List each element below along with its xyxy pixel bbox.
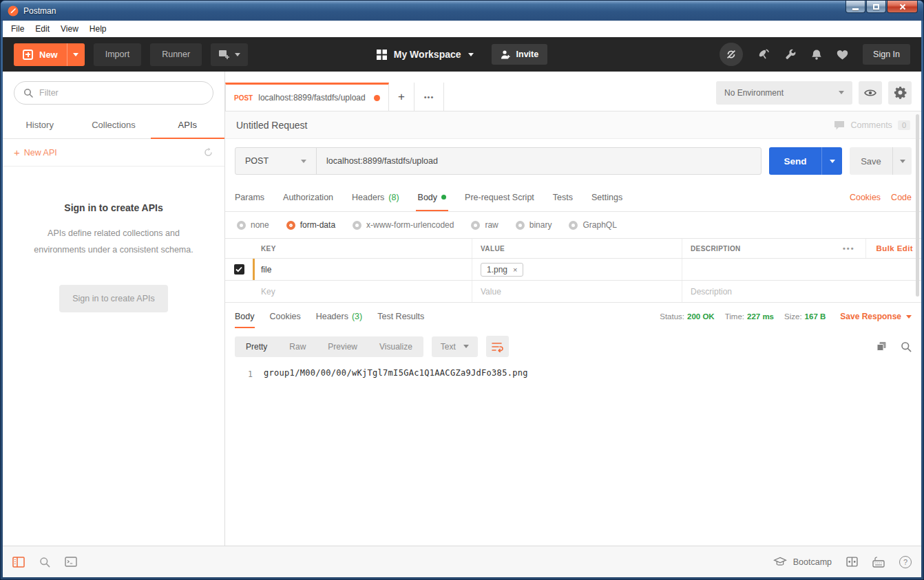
sidebar-tabs: History Collections APIs [3, 111, 224, 139]
new-button[interactable]: New [14, 43, 85, 66]
remove-file-icon[interactable]: × [513, 266, 517, 274]
key-input[interactable] [261, 287, 463, 297]
filter-input[interactable] [39, 88, 204, 98]
empty-state-title: Sign in to create APIs [21, 202, 207, 213]
toggle-sidebar-icon[interactable] [12, 557, 25, 568]
body-type-binary[interactable]: binary [516, 220, 552, 230]
heart-icon[interactable] [837, 50, 848, 60]
description-input[interactable] [691, 287, 913, 297]
close-button[interactable] [887, 1, 918, 13]
value-input[interactable] [481, 287, 673, 297]
response-tab-body[interactable]: Body [235, 304, 255, 329]
two-pane-view-icon[interactable] [846, 557, 858, 567]
view-pretty[interactable]: Pretty [235, 336, 278, 357]
table-header-row: KEY VALUE DESCRIPTION ••• Bulk Edit [225, 239, 921, 259]
settings-button[interactable] [888, 81, 912, 105]
request-tab[interactable]: POST localhost:8899/fastdfs/upload [225, 83, 389, 111]
view-visualize[interactable]: Visualize [368, 336, 423, 357]
new-label: New [39, 50, 58, 60]
view-raw[interactable]: Raw [278, 336, 317, 357]
comments-button[interactable]: Comments 0 [834, 120, 910, 130]
help-icon[interactable]: ? [899, 556, 912, 568]
menu-file[interactable]: File [6, 22, 30, 36]
send-dropdown-caret[interactable] [821, 147, 842, 175]
body-type-form-data[interactable]: form-data [286, 220, 335, 230]
sync-off-button[interactable] [720, 43, 743, 66]
sign-in-create-apis-button[interactable]: Sign in to create APIs [59, 285, 168, 312]
find-icon[interactable] [39, 557, 50, 568]
environment-preview-button[interactable] [859, 81, 882, 105]
sidebar-tab-apis[interactable]: APIs [151, 111, 224, 138]
body-type-none[interactable]: none [237, 220, 269, 230]
code-link[interactable]: Code [891, 193, 912, 202]
bulk-edit-link[interactable]: Bulk Edit [865, 239, 913, 258]
bell-icon[interactable] [811, 49, 822, 61]
body-type-raw[interactable]: raw [471, 220, 498, 230]
view-preview[interactable]: Preview [317, 336, 368, 357]
workspace-selector[interactable]: My Workspace [377, 49, 474, 60]
url-input[interactable] [326, 156, 751, 166]
tab-options-button[interactable]: ••• [414, 83, 444, 111]
send-button[interactable]: Send [769, 147, 821, 175]
scrollbar-thumb[interactable] [916, 114, 919, 297]
add-tab-button[interactable]: + [389, 83, 414, 111]
row-checkbox-checked[interactable] [234, 264, 244, 275]
cookies-link[interactable]: Cookies [850, 193, 881, 202]
request-title[interactable]: Untitled Request [236, 120, 308, 131]
menu-view[interactable]: View [55, 22, 84, 36]
import-button[interactable]: Import [94, 43, 141, 66]
runner-button[interactable]: Runner [150, 43, 202, 66]
method-selector[interactable]: POST [235, 148, 317, 174]
keyboard-shortcuts-icon[interactable] [872, 557, 885, 568]
request-tab-strip: POST localhost:8899/fastdfs/upload + •••… [225, 72, 921, 111]
menu-edit[interactable]: Edit [30, 22, 55, 36]
tab-params[interactable]: Params [235, 183, 264, 211]
new-window-button[interactable] [211, 43, 248, 66]
body-type-options: none form-data x-www-form-urlencoded raw… [225, 212, 921, 238]
search-response-icon[interactable] [901, 341, 912, 352]
body-type-x-www-form-urlencoded[interactable]: x-www-form-urlencoded [353, 220, 454, 230]
new-dropdown-caret[interactable] [67, 43, 85, 66]
tab-body[interactable]: Body [418, 183, 447, 211]
response-body: 1 group1/M00/00/00/wKjTgl7mI5GAc1Q1AACGZ… [225, 364, 921, 546]
tab-settings[interactable]: Settings [591, 183, 622, 211]
environment-selector[interactable]: No Environment [716, 81, 852, 105]
tab-method: POST [234, 94, 253, 102]
save-button[interactable]: Save [850, 147, 892, 175]
console-icon[interactable] [65, 557, 77, 567]
body-type-graphql[interactable]: GraphQL [569, 220, 616, 230]
sidebar-tab-history[interactable]: History [3, 111, 76, 138]
save-dropdown-caret[interactable] [892, 147, 912, 175]
menu-help[interactable]: Help [84, 22, 112, 36]
radio-icon [471, 221, 480, 230]
response-tab-headers[interactable]: Headers (3) [316, 304, 363, 329]
tab-authorization[interactable]: Authorization [283, 183, 333, 211]
tab-pre-request-script[interactable]: Pre-request Script [465, 183, 534, 211]
save-response-button[interactable]: Save Response [840, 312, 912, 321]
key-cell[interactable]: file [261, 265, 271, 275]
minimize-button[interactable] [846, 1, 865, 13]
file-chip[interactable]: 1.png × [481, 263, 523, 277]
satellite-icon[interactable] [757, 48, 770, 61]
sidebar-tab-collections[interactable]: Collections [76, 111, 150, 138]
sync-disabled-icon [725, 48, 737, 61]
wrench-icon[interactable] [785, 49, 797, 61]
postman-window: Postman File Edit View Help My Workspace [0, 0, 924, 580]
invite-button[interactable]: Invite [492, 44, 548, 65]
wrap-lines-button[interactable] [486, 336, 509, 357]
response-tab-cookies[interactable]: Cookies [270, 304, 301, 329]
format-selector[interactable]: Text [432, 336, 478, 357]
new-api-button[interactable]: + New API [14, 147, 57, 158]
environment-value: No Environment [724, 88, 784, 98]
response-tab-test-results[interactable]: Test Results [377, 304, 424, 329]
refresh-icon[interactable] [203, 147, 213, 158]
search-icon [23, 88, 33, 98]
workspace-label: My Workspace [394, 49, 461, 60]
maximize-button[interactable] [866, 1, 886, 13]
bootcamp-button[interactable]: Bootcamp [773, 557, 832, 567]
copy-icon[interactable] [876, 341, 887, 352]
more-options-icon[interactable]: ••• [843, 244, 855, 253]
tab-headers[interactable]: Headers (8) [352, 183, 399, 211]
tab-tests[interactable]: Tests [553, 183, 573, 211]
sign-in-button[interactable]: Sign In [863, 44, 910, 65]
